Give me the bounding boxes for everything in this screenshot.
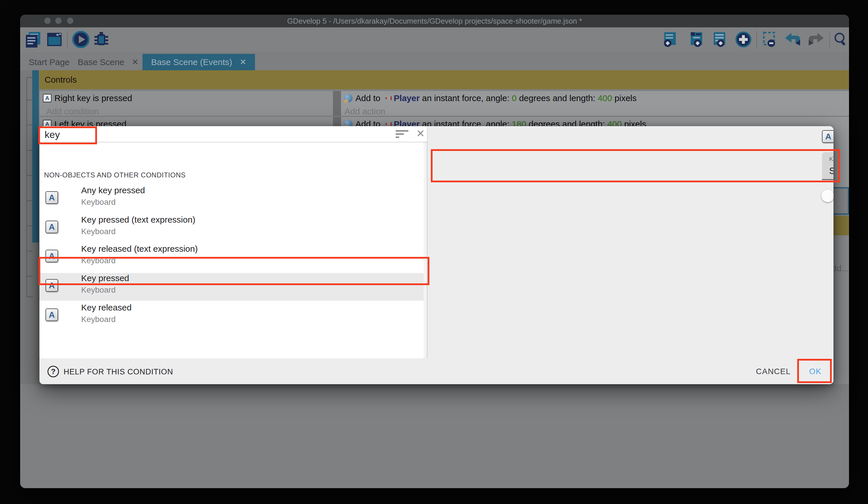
help-label: HELP FOR THIS CONDITION	[64, 367, 173, 376]
filter-icon	[396, 130, 409, 132]
add-subevent-button[interactable]	[688, 30, 707, 49]
event-tree-guide	[27, 276, 33, 276]
delete-event-icon	[762, 31, 778, 48]
titlebar: GDevelop 5 - /Users/dkarakay/Documents/G…	[20, 15, 849, 27]
filter-icon	[396, 137, 399, 138]
item-title: Key released (text expression)	[81, 244, 198, 254]
event-action-cell[interactable]: Add to Player an instant force, angle: 0…	[341, 91, 849, 116]
item-subtitle: Keyboard	[81, 285, 116, 295]
invert-condition-toggle[interactable]	[822, 188, 834, 204]
item-subtitle: Keyboard	[81, 198, 116, 207]
item-subtitle: Keyboard	[81, 315, 116, 324]
event-tree-guide	[27, 251, 33, 251]
add-condition-link[interactable]: Add condition	[46, 107, 333, 117]
add-event-icon	[662, 31, 679, 48]
add-comment-icon	[712, 31, 729, 48]
event-tree-guide	[27, 77, 27, 296]
tab-base-scene-events[interactable]: Base Scene (Events)	[143, 54, 255, 71]
toolbar-divider	[67, 31, 68, 48]
filter-button[interactable]	[396, 128, 410, 140]
action-angle: 0	[512, 93, 517, 103]
list-item-key-released-text-expression[interactable]: Key released (text expression) Keyboard	[39, 242, 423, 272]
keyboard-key-icon	[45, 279, 58, 292]
item-subtitle: Keyboard	[81, 227, 116, 236]
debug-button[interactable]	[92, 30, 111, 49]
action-text: pixels	[612, 93, 637, 103]
undo-button[interactable]	[783, 30, 803, 49]
events-fragment	[834, 235, 849, 384]
open-scene-editor-button[interactable]	[45, 30, 63, 49]
toggle-knob	[822, 190, 834, 202]
tab-label: Start Page	[29, 57, 70, 67]
key-field-value: Space	[829, 166, 834, 176]
event-tree-guide	[27, 175, 33, 176]
help-link[interactable]: HELP FOR THIS CONDITION	[45, 365, 206, 381]
undo-icon	[784, 32, 802, 47]
condition-text: key is pressed	[74, 93, 132, 103]
cancel-button[interactable]: CANCEL	[747, 363, 799, 380]
preview-button[interactable]	[71, 30, 90, 49]
redo-icon	[807, 32, 825, 47]
search-input[interactable]	[44, 128, 385, 141]
tab-close-icon[interactable]	[240, 58, 246, 66]
event-condition-cell[interactable]: Right key is pressed Add condition	[39, 91, 333, 116]
close-dialog-button[interactable]	[414, 127, 427, 140]
clipped-add-text: dd...	[832, 263, 849, 275]
screenshot-stage: GDevelop 5 - /Users/dkarakay/Documents/G…	[0, 0, 868, 504]
event-tree-guide	[27, 100, 33, 100]
toolbar-divider	[829, 31, 830, 48]
list-item-key-pressed[interactable]: Key pressed Keyboard	[39, 272, 423, 301]
list-item-key-pressed-text-expression[interactable]: Key pressed (text expression) Keyboard	[39, 213, 423, 242]
tab-base-scene[interactable]: Base Scene	[69, 54, 147, 71]
add-action-link[interactable]: Add action	[344, 107, 849, 117]
list-item-any-key-pressed[interactable]: Any key pressed Keyboard	[39, 184, 423, 213]
project-manager-icon	[25, 31, 42, 48]
list-item-key-released[interactable]: Key released Keyboard	[39, 301, 423, 330]
keyboard-key-icon	[822, 130, 834, 143]
add-comment-button[interactable]	[711, 30, 730, 49]
scene-editor-icon	[46, 31, 63, 48]
event-tree-guide	[27, 296, 33, 297]
list-scrollbar[interactable]	[424, 142, 427, 358]
choose-condition-dialog: NON-OBJECTS AND OTHER CONDITIONS Any key…	[39, 126, 834, 384]
add-subevent-icon	[689, 31, 706, 48]
add-circle-icon	[735, 31, 752, 48]
item-title: Key pressed (text expression)	[81, 215, 195, 225]
ok-button[interactable]: OK	[802, 363, 829, 380]
tab-close-icon[interactable]	[132, 58, 138, 66]
tab-strip: Start Page Base Scene Base Scene (Events…	[20, 52, 849, 71]
action-length: 400	[598, 93, 612, 103]
add-event-button[interactable]	[661, 30, 680, 49]
item-subtitle: Keyboard	[81, 256, 116, 265]
project-manager-button[interactable]	[24, 30, 43, 49]
item-title: Any key pressed	[81, 185, 145, 195]
keyboard-key-icon	[45, 250, 58, 262]
keyboard-key-icon	[45, 309, 58, 321]
player-object-icon	[384, 94, 392, 102]
action-object: Player	[394, 93, 420, 103]
redo-button[interactable]	[806, 30, 826, 49]
action-text: an instant force, angle:	[420, 93, 512, 103]
play-preview-icon	[72, 31, 90, 48]
group-header-fragment	[834, 216, 849, 235]
cell-divider	[333, 91, 341, 116]
action-text: degrees and length:	[517, 93, 598, 103]
keyboard-key-icon	[45, 191, 58, 204]
delete-event-button[interactable]	[761, 30, 779, 49]
add-element-button[interactable]	[734, 30, 753, 49]
event-group-label: Controls	[45, 75, 77, 85]
tab-label: Base Scene	[78, 57, 124, 67]
event-group-header[interactable]: Controls	[39, 70, 849, 89]
keyboard-key-icon	[43, 94, 52, 102]
action-text: Add to	[355, 93, 383, 103]
tab-label: Base Scene (Events)	[151, 57, 232, 67]
event-tree-guide	[27, 125, 33, 125]
dialog-footer: HELP FOR THIS CONDITION CANCEL OK	[39, 358, 834, 384]
event-tree-guide	[27, 200, 33, 201]
condition-list-pane: NON-OBJECTS AND OTHER CONDITIONS Any key…	[39, 142, 427, 358]
filter-icon	[396, 133, 404, 135]
key-field-label: Key	[829, 155, 834, 162]
search-events-button[interactable]	[832, 30, 849, 49]
search-icon	[833, 31, 849, 48]
force-action-icon	[344, 94, 353, 102]
